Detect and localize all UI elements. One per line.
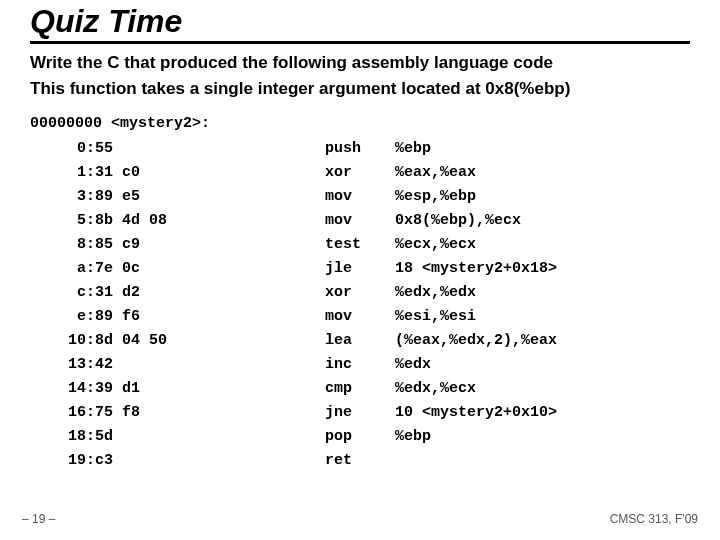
asm-oper	[395, 449, 557, 473]
footer-right: CMSC 313, F'09	[610, 512, 698, 526]
asm-row: 8: 85 c9 test %ecx,%ecx	[40, 233, 557, 257]
asm-hex: 7e 0c	[95, 257, 325, 281]
asm-row: c: 31 d2 xor %edx,%edx	[40, 281, 557, 305]
asm-mnem: ret	[325, 449, 395, 473]
asm-oper: %ebp	[395, 137, 557, 161]
asm-mnem: test	[325, 233, 395, 257]
asm-mnem: push	[325, 137, 395, 161]
asm-oper: %esp,%ebp	[395, 185, 557, 209]
asm-oper: %edx	[395, 353, 557, 377]
asm-hex: c3	[95, 449, 325, 473]
asm-oper: 10 <mystery2+0x10>	[395, 401, 557, 425]
asm-oper: %esi,%esi	[395, 305, 557, 329]
asm-row: 14: 39 d1 cmp %edx,%ecx	[40, 377, 557, 401]
disasm-header: 00000000 <mystery2>:	[30, 115, 690, 132]
asm-addr: 16:	[40, 401, 95, 425]
asm-addr: 18:	[40, 425, 95, 449]
asm-row: 13: 42 inc %edx	[40, 353, 557, 377]
asm-row: 5: 8b 4d 08 mov 0x8(%ebp),%ecx	[40, 209, 557, 233]
asm-oper: 18 <mystery2+0x18>	[395, 257, 557, 281]
asm-mnem: inc	[325, 353, 395, 377]
asm-mnem: pop	[325, 425, 395, 449]
asm-row: 3: 89 e5 mov %esp,%ebp	[40, 185, 557, 209]
asm-hex: 55	[95, 137, 325, 161]
asm-addr: 10:	[40, 329, 95, 353]
asm-hex: 89 e5	[95, 185, 325, 209]
asm-row: 0: 55 push %ebp	[40, 137, 557, 161]
asm-hex: 8d 04 50	[95, 329, 325, 353]
asm-addr: c:	[40, 281, 95, 305]
asm-hex: 5d	[95, 425, 325, 449]
asm-oper: %edx,%edx	[395, 281, 557, 305]
asm-mnem: mov	[325, 305, 395, 329]
asm-oper: (%eax,%edx,2),%eax	[395, 329, 557, 353]
asm-row: 18: 5d pop %ebp	[40, 425, 557, 449]
asm-row: e: 89 f6 mov %esi,%esi	[40, 305, 557, 329]
slide: Quiz Time Write the C that produced the …	[0, 0, 720, 540]
asm-mnem: cmp	[325, 377, 395, 401]
asm-hex: 42	[95, 353, 325, 377]
asm-addr: 14:	[40, 377, 95, 401]
asm-addr: 19:	[40, 449, 95, 473]
asm-addr: 0:	[40, 137, 95, 161]
asm-mnem: lea	[325, 329, 395, 353]
asm-addr: 13:	[40, 353, 95, 377]
asm-mnem: mov	[325, 185, 395, 209]
assembly-tbody: 0: 55 push %ebp 1: 31 c0 xor %eax,%eax 3…	[40, 137, 557, 473]
asm-oper: 0x8(%ebp),%ecx	[395, 209, 557, 233]
footer-left: – 19 –	[22, 512, 55, 526]
asm-oper: %eax,%eax	[395, 161, 557, 185]
asm-oper: %ecx,%ecx	[395, 233, 557, 257]
asm-hex: 89 f6	[95, 305, 325, 329]
asm-addr: 5:	[40, 209, 95, 233]
asm-oper: %ebp	[395, 425, 557, 449]
asm-row: 19: c3 ret	[40, 449, 557, 473]
asm-addr: 8:	[40, 233, 95, 257]
asm-addr: 3:	[40, 185, 95, 209]
asm-hex: 8b 4d 08	[95, 209, 325, 233]
asm-row: a: 7e 0c jle 18 <mystery2+0x18>	[40, 257, 557, 281]
asm-addr: e:	[40, 305, 95, 329]
asm-hex: 39 d1	[95, 377, 325, 401]
asm-hex: 31 d2	[95, 281, 325, 305]
asm-addr: 1:	[40, 161, 95, 185]
asm-oper: %edx,%ecx	[395, 377, 557, 401]
asm-row: 10: 8d 04 50 lea (%eax,%edx,2),%eax	[40, 329, 557, 353]
subtitle-line-2: This function takes a single integer arg…	[30, 76, 690, 102]
asm-hex: 31 c0	[95, 161, 325, 185]
asm-hex: 85 c9	[95, 233, 325, 257]
slide-subtitle: Write the C that produced the following …	[30, 50, 690, 101]
asm-mnem: mov	[325, 209, 395, 233]
asm-row: 16: 75 f8 jne 10 <mystery2+0x10>	[40, 401, 557, 425]
slide-title: Quiz Time	[30, 4, 690, 44]
asm-mnem: jne	[325, 401, 395, 425]
asm-hex: 75 f8	[95, 401, 325, 425]
asm-mnem: xor	[325, 281, 395, 305]
subtitle-line-1: Write the C that produced the following …	[30, 50, 690, 76]
assembly-table: 0: 55 push %ebp 1: 31 c0 xor %eax,%eax 3…	[40, 137, 557, 473]
asm-mnem: jle	[325, 257, 395, 281]
asm-addr: a:	[40, 257, 95, 281]
asm-mnem: xor	[325, 161, 395, 185]
asm-row: 1: 31 c0 xor %eax,%eax	[40, 161, 557, 185]
